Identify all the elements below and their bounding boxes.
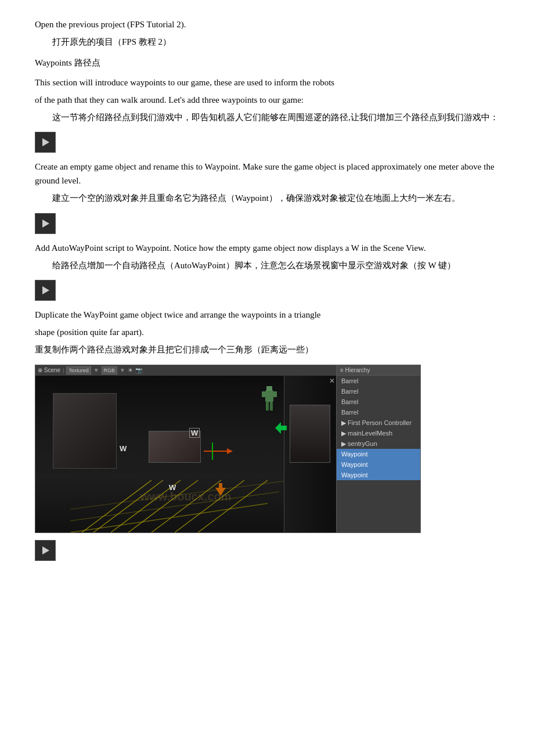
screenshot-container: ⊕ Scene | Textured ▼ RGB ▼ ☀ 📷 [35,365,499,533]
section-open-project: Open the previous project (FPS Tutorial … [35,17,499,50]
create-waypoint-en: Create an empty game object and rename t… [35,160,499,188]
svg-marker-20 [227,448,233,454]
svg-rect-15 [266,402,269,411]
hierarchy-title: ≡ Hierarchy [337,365,420,376]
line-open-project-zh: 打开原先的项目（FPS 教程 2） [35,35,499,50]
intro-en-2: of the path that they can walk around. L… [35,93,499,107]
stairs [290,405,330,463]
section-duplicate: Duplicate the WayPoint game object twice… [35,308,499,358]
scene-content: W W W www.boucx.com ✕ [35,376,336,532]
icon-block-4 [35,540,499,561]
svg-rect-16 [270,402,273,411]
svg-marker-2 [42,286,49,294]
orange-arrow-svg [215,483,226,496]
robot-svg [261,384,278,416]
hierarchy-item-fpc[interactable]: ▶ First Person Controller [337,417,420,428]
robot-figure [261,384,278,419]
unity-icon-4 [35,540,56,561]
hierarchy-item-barrel-1[interactable]: Barrel [337,376,420,386]
hierarchy-item-mesh[interactable]: ▶ mainLevelMesh [337,428,420,438]
hierarchy-item-waypoint-1[interactable]: Waypoint [337,449,420,459]
create-waypoint-zh: 建立一个空的游戏对象并且重命名它为路径点（Waypoint），确保游戏对象被定位… [35,191,499,206]
svg-rect-13 [265,390,273,402]
waypoint-label-1: W [120,444,127,453]
textured-btn[interactable]: Textured [66,366,91,375]
svg-marker-0 [42,138,49,146]
transform-handle [204,442,233,462]
hierarchy-item-barrel-3[interactable]: Barrel [337,397,420,407]
green-arrow-svg [275,422,287,434]
svg-marker-25 [42,546,49,555]
svg-rect-18 [273,391,277,397]
waypoints-title: Waypoints 路径点 [35,56,499,70]
hierarchy-item-barrel-4[interactable]: Barrel [337,407,420,417]
unity-icon-1 [35,132,56,153]
svg-marker-24 [215,483,226,496]
svg-marker-1 [42,219,49,228]
scene-label: ⊕ Scene [38,367,60,373]
hierarchy-panel: ≡ Hierarchy Barrel Barrel Barrel Barrel … [337,365,421,533]
section-waypoints-title: Waypoints 路径点 [35,56,499,70]
hierarchy-title-label: ≡ Hierarchy [340,367,370,373]
section-add-script: Add AutoWayPoint script to Waypoint. Not… [35,241,499,273]
svg-line-6 [128,480,198,532]
svg-line-4 [93,480,163,532]
add-script-zh: 给路径点增加一个自动路径点（AutoWayPoint）脚本，注意怎么在场景视窗中… [35,258,499,273]
scene-view: ⊕ Scene | Textured ▼ RGB ▼ ☀ 📷 [35,365,337,533]
section-intro: This section will introduce waypoints to… [35,75,499,125]
play-icon-svg-4 [39,544,52,557]
play-icon-svg-2 [39,217,52,230]
intro-en-1: This section will introduce waypoints to… [35,75,499,89]
transform-svg [204,442,233,460]
hierarchy-item-waypoint-2[interactable]: Waypoint [337,459,420,470]
toolbar-sun-icon: ☀ [128,367,133,373]
intro-zh: 这一节将介绍路径点到我们游戏中，即告知机器人它们能够在周围巡逻的路径,让我们增加… [35,110,499,125]
play-icon-svg-3 [39,284,52,297]
duplicate-zh: 重复制作两个路径点游戏对象并且把它们排成一个三角形（距离远一些） [35,343,499,358]
hierarchy-item-barrel-2[interactable]: Barrel [337,386,420,397]
scene-toolbar: ⊕ Scene | Textured ▼ RGB ▼ ☀ 📷 [35,365,336,376]
section-create-waypoint: Create an empty game object and rename t… [35,160,499,206]
toolbar-cam-icon: 📷 [135,367,142,373]
hierarchy-item-sentry[interactable]: ▶ sentryGun [337,438,420,449]
add-script-en: Add AutoWayPoint script to Waypoint. Not… [35,241,499,255]
play-icon-svg [39,136,52,149]
svg-rect-14 [266,386,272,391]
waypoint-label-3: W [169,483,176,492]
green-arrow [275,422,287,436]
line-open-project-en: Open the previous project (FPS Tutorial … [35,17,499,31]
unity-icon-3 [35,280,56,301]
svg-line-8 [175,480,244,532]
icon-block-2 [35,213,499,234]
toolbar-sep-1: | [63,367,64,373]
svg-line-10 [70,503,268,532]
svg-line-7 [151,480,221,532]
unity-icon-2 [35,213,56,234]
hierarchy-item-waypoint-3[interactable]: Waypoint [337,470,420,480]
icon-block-3 [35,280,499,301]
duplicate-en-1: Duplicate the WayPoint game object twice… [35,308,499,322]
scene-close-btn[interactable]: ✕ [329,377,335,385]
svg-rect-17 [262,391,265,397]
waypoint-label-2: W [189,428,200,438]
toolbar-sep-3: ▼ [120,367,125,373]
duplicate-en-2: shape (position quite far apart). [35,325,499,339]
svg-marker-23 [275,422,287,434]
toolbar-sep-2: ▼ [93,367,99,373]
orange-arrow [215,483,226,498]
rgb-btn[interactable]: RGB [102,366,118,375]
icon-block-1 [35,132,499,153]
